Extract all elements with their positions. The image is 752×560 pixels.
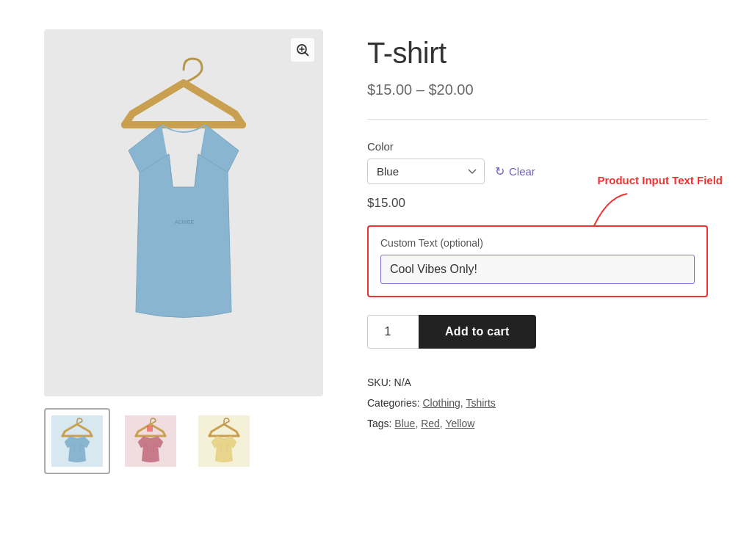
color-select[interactable]: Blue Red Yellow — [367, 159, 485, 184]
reset-icon: ↻ — [495, 164, 505, 178]
tag-yellow[interactable]: Yellow — [445, 418, 474, 429]
product-price-range: $15.00 – $20.00 — [367, 81, 708, 120]
add-to-cart-row: Add to cart — [367, 315, 708, 349]
product-images: ACRIBE — [44, 29, 323, 474]
tag-blue[interactable]: Blue — [394, 418, 415, 429]
quantity-input[interactable] — [367, 315, 419, 349]
clear-button[interactable]: ↻ Clear — [495, 164, 535, 178]
annotation-label: Product Input Text Field — [597, 174, 723, 186]
custom-text-label: Custom Text (optional) — [380, 237, 695, 249]
zoom-button[interactable] — [291, 38, 314, 62]
selected-variant-price: $15.00 — [367, 196, 708, 211]
thumbnail-pink[interactable] — [118, 408, 184, 474]
custom-text-section: Custom Text (optional) — [367, 225, 708, 297]
thumbnail-yellow[interactable] — [191, 408, 257, 474]
clear-label: Clear — [509, 165, 535, 178]
thumbnail-blue[interactable] — [44, 408, 110, 474]
category-tshirts[interactable]: Tshirts — [466, 397, 495, 409]
annotation-container: Product Input Text Field Custom Text (op… — [367, 225, 708, 297]
product-layout: ACRIBE — [44, 29, 708, 474]
category-clothing[interactable]: Clothing — [422, 397, 460, 409]
categories-row: Categories: Clothing, Tshirts — [367, 393, 708, 413]
variant-label: Color — [367, 140, 708, 153]
thumbnail-list — [44, 408, 323, 474]
product-meta: SKU: N/A Categories: Clothing, Tshirts T… — [367, 372, 708, 434]
sku-label: SKU: — [367, 377, 391, 388]
sku-value: N/A — [394, 377, 411, 388]
categories-label: Categories: — [367, 397, 420, 409]
main-image: ACRIBE — [44, 29, 323, 396]
add-to-cart-button[interactable]: Add to cart — [419, 315, 536, 349]
custom-text-input[interactable] — [380, 255, 695, 284]
sku-row: SKU: N/A — [367, 372, 708, 393]
tags-row: Tags: Blue, Red, Yellow — [367, 413, 708, 434]
svg-line-1 — [306, 53, 308, 56]
tag-red[interactable]: Red — [421, 418, 440, 429]
product-details: T-shirt $15.00 – $20.00 Color Blue Red Y… — [367, 29, 708, 474]
tags-label: Tags: — [367, 418, 391, 429]
product-title: T-shirt — [367, 37, 708, 70]
product-main-image: ACRIBE — [88, 59, 279, 367]
svg-text:ACRIBE: ACRIBE — [175, 219, 194, 225]
svg-rect-10 — [147, 426, 153, 432]
